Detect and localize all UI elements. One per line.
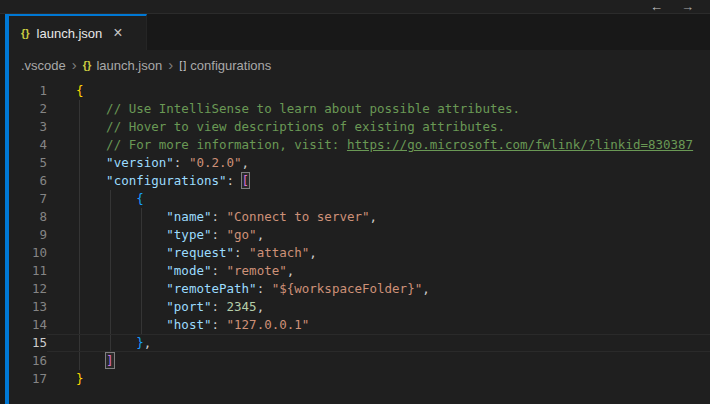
breadcrumb-label: configurations: [190, 58, 271, 73]
tab-label: launch.json: [37, 26, 103, 41]
code-editor[interactable]: 1{2 // Use IntelliSense to learn about p…: [9, 80, 710, 404]
line-number[interactable]: 13: [9, 298, 47, 316]
code-line[interactable]: 4 // For more information, visit: https:…: [9, 136, 710, 154]
code-text: ]: [47, 352, 710, 370]
code-token: [76, 317, 166, 332]
line-number[interactable]: 12: [9, 280, 47, 298]
code-line[interactable]: 14 "host": "127.0.0.1": [9, 316, 710, 334]
code-token: {: [76, 83, 84, 98]
code-token: [76, 227, 166, 242]
code-token: // Use IntelliSense to learn about possi…: [76, 101, 520, 116]
code-text: }: [47, 370, 710, 388]
line-number[interactable]: 16: [9, 352, 47, 370]
breadcrumb-item-vscode[interactable]: .vscode: [21, 58, 66, 73]
code-token: [: [242, 173, 250, 188]
code-token: [76, 263, 166, 278]
code-line[interactable]: 12 "remotePath": "${workspaceFolder}",: [9, 280, 710, 298]
code-token: "type": [166, 227, 211, 242]
line-number[interactable]: 6: [9, 172, 47, 190]
code-text: "name": "Connect to server",: [47, 208, 710, 226]
nav-back-icon[interactable]: ←: [650, 1, 663, 13]
code-token: ,: [257, 227, 265, 242]
line-number[interactable]: 14: [9, 316, 47, 334]
code-token: [76, 299, 166, 314]
code-token: ,: [309, 245, 317, 260]
code-line[interactable]: 17}: [9, 370, 710, 388]
code-text: // For more information, visit: https://…: [47, 136, 710, 154]
code-line[interactable]: 8 "name": "Connect to server",: [9, 208, 710, 226]
code-token: "port": [166, 299, 211, 314]
code-token: "Connect to server": [227, 209, 370, 224]
code-token: {: [136, 191, 144, 206]
code-token: "127.0.0.1": [227, 317, 310, 332]
code-line[interactable]: 7 {: [9, 190, 710, 208]
code-token: ,: [242, 155, 250, 170]
code-token: ,: [144, 335, 152, 350]
code-token: ,: [257, 299, 265, 314]
code-line[interactable]: 11 "mode": "remote",: [9, 262, 710, 280]
code-text: "request": "attach",: [47, 244, 710, 262]
code-token: "remotePath": [166, 281, 256, 296]
code-line[interactable]: 1{: [9, 82, 710, 100]
line-number[interactable]: 9: [9, 226, 47, 244]
code-token: "version": [106, 155, 174, 170]
code-line[interactable]: 15 },: [9, 334, 710, 352]
code-line[interactable]: 6 "configurations": [: [9, 172, 710, 190]
code-token: :: [234, 245, 249, 260]
line-number[interactable]: 5: [9, 154, 47, 172]
code-token: :: [257, 281, 272, 296]
nav-forward-icon[interactable]: →: [681, 1, 694, 13]
code-token: "configurations": [106, 173, 226, 188]
code-token: [76, 353, 106, 368]
code-token: "remote": [227, 263, 287, 278]
code-token: [76, 281, 166, 296]
code-token: [76, 245, 166, 260]
code-token: :: [211, 263, 226, 278]
tab-launch-json[interactable]: {} launch.json ×: [9, 14, 147, 50]
code-text: "version": "0.2.0",: [47, 154, 710, 172]
code-token: "request": [166, 245, 234, 260]
json-braces-icon: {}: [21, 27, 30, 39]
line-number[interactable]: 8: [9, 208, 47, 226]
code-line[interactable]: 3 // Hover to view descriptions of exist…: [9, 118, 710, 136]
symbol-array-icon: [ ]: [179, 59, 185, 71]
breadcrumb: .vscode › {} launch.json › [ ] configura…: [9, 50, 710, 80]
code-text: {: [47, 190, 710, 208]
json-braces-icon: {}: [83, 59, 92, 71]
code-token: :: [211, 317, 226, 332]
code-token: }: [136, 335, 144, 350]
comment-link[interactable]: https://go.microsoft.com/fwlink/?linkid=…: [347, 137, 693, 152]
breadcrumb-item-configurations[interactable]: [ ] configurations: [179, 58, 271, 73]
line-number[interactable]: 11: [9, 262, 47, 280]
code-token: ,: [370, 209, 378, 224]
code-line[interactable]: 16 ]: [9, 352, 710, 370]
code-token: "mode": [166, 263, 211, 278]
line-number[interactable]: 10: [9, 244, 47, 262]
code-token: :: [211, 299, 226, 314]
code-line[interactable]: 13 "port": 2345,: [9, 298, 710, 316]
code-token: "0.2.0": [189, 155, 242, 170]
code-token: [76, 209, 166, 224]
code-token: [76, 191, 136, 206]
code-line[interactable]: 5 "version": "0.2.0",: [9, 154, 710, 172]
code-line[interactable]: 10 "request": "attach",: [9, 244, 710, 262]
code-text: // Use IntelliSense to learn about possi…: [47, 100, 710, 118]
code-token: "${workspaceFolder}": [272, 281, 423, 296]
code-text: "configurations": [: [47, 172, 710, 190]
code-token: :: [211, 209, 226, 224]
line-number[interactable]: 4: [9, 136, 47, 154]
line-number[interactable]: 7: [9, 190, 47, 208]
code-line[interactable]: 9 "type": "go",: [9, 226, 710, 244]
line-number[interactable]: 15: [9, 334, 47, 352]
close-icon[interactable]: ×: [113, 26, 122, 40]
code-lines: 1{2 // Use IntelliSense to learn about p…: [9, 80, 710, 388]
breadcrumb-item-launch-json[interactable]: {} launch.json: [83, 58, 162, 73]
code-line[interactable]: 2 // Use IntelliSense to learn about pos…: [9, 100, 710, 118]
line-number[interactable]: 2: [9, 100, 47, 118]
code-text: "host": "127.0.0.1": [47, 316, 710, 334]
code-token: :: [174, 155, 189, 170]
line-number[interactable]: 17: [9, 370, 47, 388]
line-number[interactable]: 1: [9, 82, 47, 100]
code-token: :: [211, 227, 226, 242]
line-number[interactable]: 3: [9, 118, 47, 136]
